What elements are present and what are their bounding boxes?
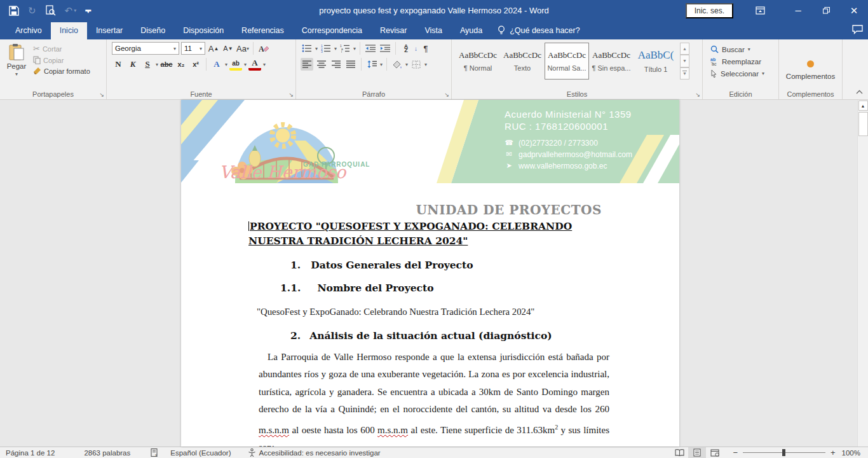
clear-formatting-button[interactable]: A: [257, 42, 270, 55]
zoom-handle[interactable]: [782, 449, 785, 456]
heading-1-1[interactable]: 1.1. Nombre del Proyecto: [280, 282, 679, 294]
ribbon-display-options-icon[interactable]: [747, 0, 773, 21]
clipboard-dialog-launcher[interactable]: ↘: [99, 92, 104, 98]
scroll-up-button[interactable]: ▲: [858, 101, 868, 111]
body-paragraph[interactable]: La Parroquia de Valle Hermoso responde a…: [259, 349, 609, 447]
save-icon[interactable]: [9, 6, 19, 16]
tab-correspondencia[interactable]: Correspondencia: [293, 22, 371, 39]
find-button[interactable]: Buscar▾: [710, 45, 772, 53]
font-size-select[interactable]: 11▾: [181, 42, 205, 55]
tab-diseno[interactable]: Diseño: [132, 22, 174, 39]
font-family-select[interactable]: Georgia▾: [112, 42, 179, 55]
font-color-button[interactable]: A: [248, 58, 261, 71]
align-center-button[interactable]: [315, 58, 328, 71]
style-sin-espaciado[interactable]: AaBbCcDc ¶ Sin espa...: [589, 43, 634, 80]
comments-icon[interactable]: [852, 25, 863, 37]
print-layout-button[interactable]: [688, 447, 706, 458]
tell-me-box[interactable]: ¿Qué desea hacer?: [491, 22, 587, 39]
subscript-button[interactable]: x₂: [175, 58, 187, 71]
shading-button[interactable]: [391, 58, 403, 71]
increase-indent-button[interactable]: [379, 42, 391, 55]
select-button[interactable]: Seleccionar▾: [710, 69, 772, 78]
change-case-button[interactable]: Aa▾: [236, 42, 249, 55]
collapse-ribbon-icon[interactable]: [856, 85, 863, 97]
italic-button[interactable]: K: [126, 58, 139, 71]
style-titulo1[interactable]: AaBbC( Título 1: [634, 43, 678, 80]
text-effects-dropdown-arrow[interactable]: ▾: [225, 62, 227, 67]
style-texto[interactable]: AaBbCcDc Texto: [500, 43, 545, 80]
paste-button[interactable]: Pegar ▾: [1, 41, 32, 77]
multilevel-list-button[interactable]: 1ai: [339, 42, 351, 55]
tab-archivo[interactable]: Archivo: [6, 22, 51, 39]
numbering-button[interactable]: 123: [320, 42, 332, 55]
styles-dialog-launcher[interactable]: ↘: [695, 92, 700, 98]
document-title[interactable]: PROYECTO "QUESOFEST Y EXPOGANADO: CELEBR…: [248, 219, 616, 248]
vertical-scrollbar[interactable]: ▲: [857, 100, 868, 447]
borders-dropdown-arrow[interactable]: ▾: [424, 62, 427, 67]
page-indicator[interactable]: Página 1 de 12: [0, 449, 60, 457]
line-spacing-button[interactable]: [365, 58, 378, 71]
tab-revisar[interactable]: Revisar: [371, 22, 416, 39]
tab-referencias[interactable]: Referencias: [233, 22, 293, 39]
bullets-button[interactable]: [301, 42, 313, 55]
underline-button[interactable]: S: [141, 58, 154, 71]
heading-1[interactable]: 1. Datos Generales del Proyecto: [290, 259, 679, 271]
format-painter-button[interactable]: Copiar formato: [33, 67, 90, 75]
bold-button[interactable]: N: [112, 58, 125, 71]
zoom-in-button[interactable]: +: [831, 448, 836, 457]
styles-scroll-down[interactable]: ▼: [680, 55, 689, 67]
borders-button[interactable]: [410, 58, 423, 71]
styles-scroll-up[interactable]: ▲: [680, 43, 689, 55]
paragraph-dialog-launcher[interactable]: ↘: [444, 92, 449, 98]
text-effects-button[interactable]: A: [210, 58, 223, 71]
font-dialog-launcher[interactable]: ↘: [288, 92, 294, 98]
tab-inicio[interactable]: Inicio: [51, 22, 87, 39]
accessibility-status[interactable]: Accesibilidad: es necesario investigar: [242, 448, 386, 457]
show-paragraph-marks-button[interactable]: ¶: [419, 42, 432, 55]
scrollbar-thumb[interactable]: [858, 112, 868, 136]
tab-vista[interactable]: Vista: [416, 22, 451, 39]
bullets-dropdown-arrow[interactable]: ▾: [315, 46, 318, 52]
highlight-dropdown-arrow[interactable]: ▾: [244, 62, 247, 67]
font-color-dropdown-arrow[interactable]: ▾: [263, 62, 266, 67]
numbering-dropdown-arrow[interactable]: ▾: [334, 46, 337, 52]
read-mode-button[interactable]: [670, 447, 688, 458]
restore-button[interactable]: [812, 0, 840, 21]
styles-more-button[interactable]: ▼: [680, 67, 689, 80]
sign-in-button[interactable]: Inic. ses.: [686, 3, 733, 18]
replace-button[interactable]: abac Reemplazar: [710, 57, 772, 66]
shading-dropdown-arrow[interactable]: ▾: [405, 62, 408, 67]
minimize-button[interactable]: ─: [784, 0, 812, 21]
line-spacing-dropdown-arrow[interactable]: ▾: [380, 62, 383, 67]
project-name-line[interactable]: "QuesoFest y ExpoGanado: Celebrando Nues…: [257, 307, 679, 317]
web-layout-button[interactable]: [706, 447, 724, 458]
strikethrough-button[interactable]: abc: [160, 58, 173, 71]
style-normal[interactable]: AaBbCcDc ¶ Normal: [456, 43, 500, 80]
zoom-out-button[interactable]: −: [733, 448, 738, 457]
grow-font-button[interactable]: A▲: [207, 42, 220, 55]
style-normal-sa[interactable]: AaBbCcDc Normal Sa...: [545, 43, 589, 80]
close-button[interactable]: ✕: [840, 0, 868, 21]
word-count[interactable]: 2863 palabras: [78, 449, 136, 457]
tab-insertar[interactable]: Insertar: [87, 22, 132, 39]
multilevel-dropdown-arrow[interactable]: ▾: [353, 46, 356, 52]
justify-button[interactable]: [344, 58, 357, 71]
zoom-slider[interactable]: − +: [733, 448, 835, 457]
superscript-button[interactable]: x²: [189, 58, 202, 71]
proofing-status-icon[interactable]: x: [145, 448, 165, 457]
shrink-font-button[interactable]: A▼: [222, 42, 234, 55]
heading-2[interactable]: 2. Análisis de la situación actual (diag…: [290, 330, 679, 342]
print-preview-icon[interactable]: [45, 5, 56, 16]
zoom-track[interactable]: [743, 452, 825, 453]
highlight-button[interactable]: ab: [229, 58, 242, 71]
decrease-indent-button[interactable]: [364, 42, 377, 55]
tab-ayuda[interactable]: Ayuda: [451, 22, 491, 39]
document-page[interactable]: GAD PARROQUIAL Valle Hermoso Acuerdo Min…: [181, 100, 679, 447]
zoom-percentage[interactable]: 100%: [842, 449, 868, 457]
align-left-button[interactable]: [301, 58, 313, 71]
tab-disposicion[interactable]: Disposición: [174, 22, 233, 39]
underline-dropdown-arrow[interactable]: ▾: [156, 62, 158, 67]
customize-qat-icon[interactable]: ▬▾: [85, 8, 91, 13]
align-right-button[interactable]: [330, 58, 342, 71]
language-indicator[interactable]: Español (Ecuador): [165, 449, 236, 457]
